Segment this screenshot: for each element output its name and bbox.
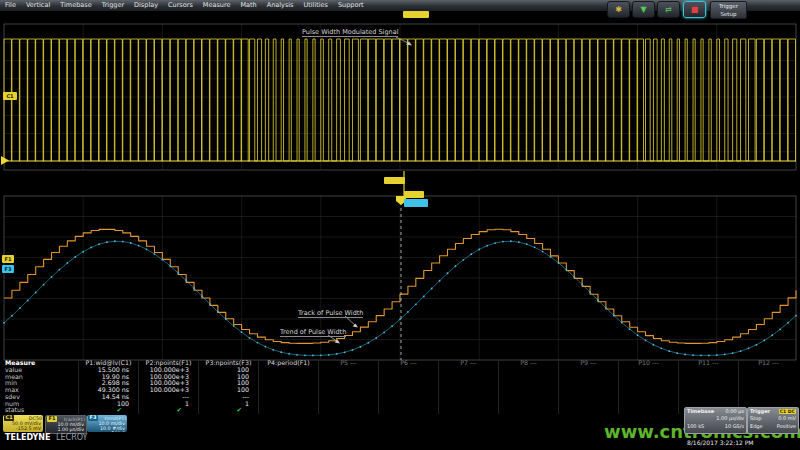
trend-waveform-point: [660, 347, 662, 349]
trend-waveform-point: [447, 272, 449, 274]
trend-waveform-point: [90, 247, 92, 249]
brand-teledyne: TELEDYNE: [5, 433, 51, 442]
trend-waveform-point: [19, 307, 21, 309]
trend-waveform-point: [352, 349, 354, 351]
menu-item-utilities[interactable]: Utilities: [298, 0, 332, 11]
f1-descriptor-box[interactable]: F1 track(P1) 10.0 ns/div 1.00 μs/div: [45, 415, 87, 434]
measure-value-cell: [438, 394, 498, 401]
trend-waveform-point: [82, 251, 84, 253]
save-waveform-button[interactable]: ▼: [632, 1, 655, 18]
track-offset-badge[interactable]: [384, 177, 405, 184]
menu-item-vertical[interactable]: Vertical: [21, 0, 55, 11]
menu-item-support[interactable]: Support: [333, 0, 369, 11]
timebase-box[interactable]: Timebase 0.00 μs 1.00 μs/div 100 kS 10 G…: [684, 407, 747, 434]
trend-waveform-point: [138, 245, 140, 247]
measure-value-cell: [378, 374, 438, 381]
f1-trace-badge[interactable]: F1: [2, 255, 14, 263]
trend-waveform-point: [756, 344, 758, 346]
trend-waveform-point: [233, 325, 235, 327]
measure-value-cell: [558, 387, 618, 394]
trend-waveform-point: [3, 322, 5, 324]
measure-value-cell: [618, 401, 678, 408]
measure-value-cell: [678, 380, 738, 387]
trigger-setup-button[interactable]: Trigger Setup: [710, 1, 747, 19]
measure-value-cell: [318, 367, 378, 374]
record-stop-button[interactable]: ■: [683, 1, 706, 18]
menu-item-analysis[interactable]: Analysis: [262, 0, 299, 11]
measure-value-cell: [318, 394, 378, 401]
trend-waveform-point: [304, 354, 306, 356]
measure-param-header[interactable]: P8 ---: [498, 360, 558, 367]
trend-waveform-point: [431, 288, 433, 290]
menu-item-cursors[interactable]: Cursors: [163, 0, 198, 11]
trend-waveform-point: [27, 300, 29, 302]
measure-value-cell: [498, 401, 558, 408]
measure-param-header[interactable]: P5 ---: [318, 360, 378, 367]
c1-tab: C1: [4, 415, 14, 421]
trend-waveform-point: [581, 284, 583, 286]
measure-param-header[interactable]: P6 ---: [378, 360, 438, 367]
trend-waveform-point: [43, 284, 45, 286]
trend-waveform-point: [732, 352, 734, 354]
trigger-label: Trigger: [750, 408, 770, 415]
measure-value-cell: [738, 394, 798, 401]
trend-waveform-point: [169, 265, 171, 267]
trend-waveform-point: [162, 259, 164, 261]
menu-item-file[interactable]: File: [0, 0, 21, 11]
annotate-button[interactable]: ✱: [607, 1, 630, 18]
trend-waveform-point: [518, 241, 520, 243]
measure-value-cell: 100: [198, 387, 258, 394]
menu-item-display[interactable]: Display: [129, 0, 163, 11]
trend-waveform-point: [114, 240, 116, 242]
trend-waveform-point: [11, 315, 13, 317]
trend-waveform-point: [375, 337, 377, 339]
menu-item-trigger[interactable]: Trigger: [97, 0, 129, 11]
trend-waveform-point: [692, 354, 694, 356]
measure-status-cell: ✔: [198, 407, 258, 414]
c1-coupling: DC50: [29, 416, 42, 421]
measure-status-cell: [438, 407, 498, 414]
measure-param-header[interactable]: P10 ---: [618, 360, 678, 367]
measure-param-header[interactable]: P9 ---: [558, 360, 618, 367]
brand-lecroy: LECROY: [56, 433, 87, 442]
measure-value-cell: [258, 380, 318, 387]
trend-waveform-point: [763, 340, 765, 342]
f1-zero-badge[interactable]: [404, 191, 424, 198]
measure-param-header[interactable]: P3:npoints(F3): [198, 360, 258, 367]
menu-item-math[interactable]: Math: [235, 0, 261, 11]
trigger-level: 0.0 mV: [778, 415, 796, 422]
trigger-box[interactable]: Trigger C1 DC Stop 0.0 mV Edge Positive: [747, 407, 799, 434]
measure-param-header[interactable]: P4:period(F1): [258, 360, 318, 367]
c1-trace-badge[interactable]: C1: [3, 92, 17, 100]
f3-trace-badge[interactable]: F3: [2, 265, 14, 273]
measure-value-cell: [318, 387, 378, 394]
transfer-button[interactable]: ⇄: [657, 1, 680, 18]
f3-samples: 500 S: [87, 431, 127, 432]
trigger-time-badge[interactable]: [403, 11, 429, 18]
measure-value-cell: [678, 367, 738, 374]
trend-waveform-point: [613, 315, 615, 317]
measure-value-cell: [618, 387, 678, 394]
f3-descriptor-box[interactable]: F3 trend(P1) 10.0 ns/div 10.0 #/div 500 …: [87, 415, 127, 432]
timestamp: 8/16/2017 3:22:12 PM: [687, 439, 754, 446]
measure-param-header[interactable]: P7 ---: [438, 360, 498, 367]
trend-waveform-point: [565, 269, 567, 271]
trend-waveform-point: [415, 303, 417, 305]
trend-waveform-point: [154, 253, 156, 255]
f1-hdiv: 1.00 μs/div: [46, 427, 86, 432]
trigger-level-marker[interactable]: [1, 156, 9, 165]
measure-param-header[interactable]: P11 ---: [678, 360, 738, 367]
measure-row-label: status: [0, 407, 78, 414]
trend-waveform-point: [486, 245, 488, 247]
measure-param-header[interactable]: P12 ---: [738, 360, 798, 367]
trend-waveform-point: [288, 353, 290, 355]
trend-waveform-point: [320, 354, 322, 356]
f3-zero-badge[interactable]: [404, 199, 428, 207]
menu-item-measure[interactable]: Measure: [198, 0, 236, 11]
measure-value-cell: 100: [198, 374, 258, 381]
menu-item-timebase[interactable]: Timebase: [55, 0, 96, 11]
oscilloscope-screen: { "menu": {"items": ["File","Vertical","…: [0, 0, 800, 450]
trend-waveform-point: [478, 249, 480, 251]
trend-waveform-point: [367, 342, 369, 344]
c1-descriptor-box[interactable]: C1 DC50 50.0 mV/div -152.5 mV: [3, 415, 43, 432]
